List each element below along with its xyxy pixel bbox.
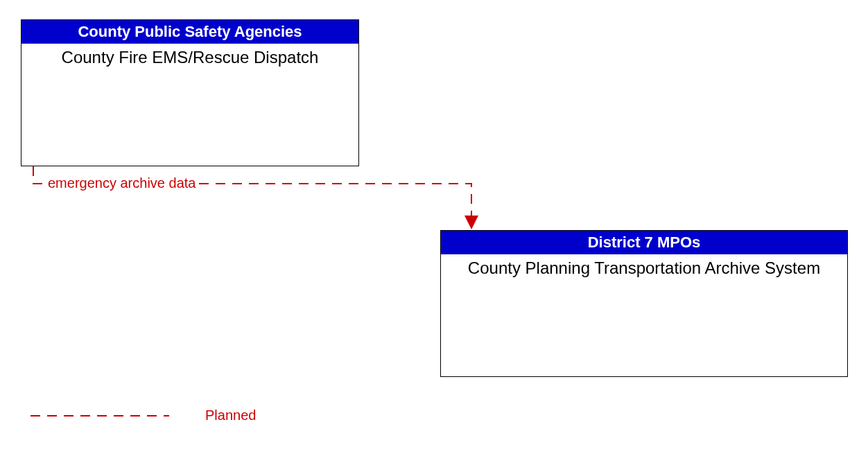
entity-district-7-mpos: District 7 MPOs County Planning Transpor…: [440, 230, 848, 377]
entity-county-public-safety: County Public Safety Agencies County Fir…: [21, 19, 359, 166]
flow-label-emergency-archive-data: emergency archive data: [45, 175, 198, 191]
entity-body-target: County Planning Transportation Archive S…: [441, 254, 847, 283]
legend-label-planned: Planned: [205, 407, 256, 423]
entity-header-target: District 7 MPOs: [441, 231, 847, 254]
entity-header-source: County Public Safety Agencies: [21, 20, 358, 44]
entity-body-source: County Fire EMS/Rescue Dispatch: [21, 44, 358, 71]
